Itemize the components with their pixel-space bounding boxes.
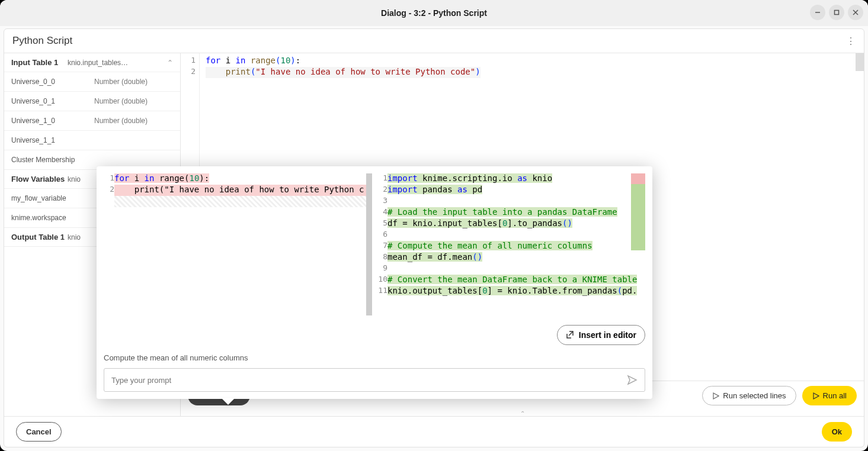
section-value: knio.input_tables… (68, 59, 164, 67)
diff-left-code: for i in range(10): print("I have no ide… (114, 173, 366, 315)
diff-minimap[interactable] (631, 173, 645, 315)
table-row[interactable]: Universe_1_0Number (double) (4, 111, 180, 130)
section-head-input-table[interactable]: Input Table 1 knio.input_tables… ⌃ (4, 53, 180, 72)
minimap[interactable] (856, 53, 864, 71)
window-title: Dialog - 3:2 - Python Script (381, 8, 487, 18)
close-button[interactable] (848, 5, 863, 20)
run-all-button[interactable]: Run all (802, 386, 857, 405)
chevron-up-icon: ⌃ (164, 59, 173, 67)
section-title: Flow Variables (11, 175, 68, 183)
diff-right-pane[interactable]: 1234567891011 import knime.scripting.io … (377, 173, 645, 315)
table-row[interactable]: Universe_0_0Number (double) (4, 72, 180, 91)
dialog-title: Python Script (12, 35, 72, 47)
prompt-box (104, 368, 645, 392)
run-selected-button[interactable]: Run selected lines (702, 386, 796, 405)
table-row[interactable]: Universe_1_1 (4, 130, 180, 150)
resize-handle[interactable]: ⌃ (181, 410, 864, 416)
diff-gutter: 12 (104, 173, 114, 315)
prompt-history-label: Compute the mean of all numeric columns (104, 351, 645, 368)
insert-row: Insert in editor (104, 315, 645, 351)
svg-rect-1 (835, 11, 839, 15)
window-controls (810, 5, 863, 20)
play-icon (712, 392, 719, 400)
diff-left-pane[interactable]: 12 for i in range(10): print("I have no … (104, 173, 372, 315)
more-menu-icon[interactable]: ⋮ (846, 36, 856, 47)
dialog-footer: Cancel Ok (4, 416, 864, 447)
scrollbar[interactable] (366, 173, 372, 315)
send-icon[interactable] (627, 375, 638, 385)
dialog-content: Python Script ⋮ Input Table 1 knio.input… (4, 28, 864, 447)
svg-marker-4 (713, 393, 719, 399)
ok-button[interactable]: Ok (822, 422, 852, 442)
ai-suggestion-popup: 12 for i in range(10): print("I have no … (97, 166, 652, 399)
popup-tail (221, 398, 235, 405)
diff-gutter: 1234567891011 (377, 173, 387, 315)
insert-icon (566, 331, 574, 339)
dialog-header: Python Script ⋮ (4, 29, 864, 53)
app-window: Dialog - 3:2 - Python Script Python Scri… (0, 0, 868, 451)
play-icon (812, 392, 819, 400)
maximize-button[interactable] (829, 5, 844, 20)
diff-right-code: import knime.scripting.io as knio import… (387, 173, 645, 315)
section-input-table: Input Table 1 knio.input_tables… ⌃ Unive… (4, 53, 180, 170)
diff-view: 12 for i in range(10): print("I have no … (104, 173, 645, 315)
minimize-button[interactable] (810, 5, 825, 20)
insert-in-editor-button[interactable]: Insert in editor (557, 325, 645, 345)
prompt-input[interactable] (111, 376, 627, 385)
section-title: Input Table 1 (11, 58, 68, 67)
section-title: Output Table 1 (11, 233, 68, 241)
table-row[interactable]: Universe_0_1Number (double) (4, 91, 180, 111)
cancel-button[interactable]: Cancel (16, 422, 62, 442)
svg-marker-5 (813, 393, 819, 399)
titlebar: Dialog - 3:2 - Python Script (0, 0, 868, 26)
